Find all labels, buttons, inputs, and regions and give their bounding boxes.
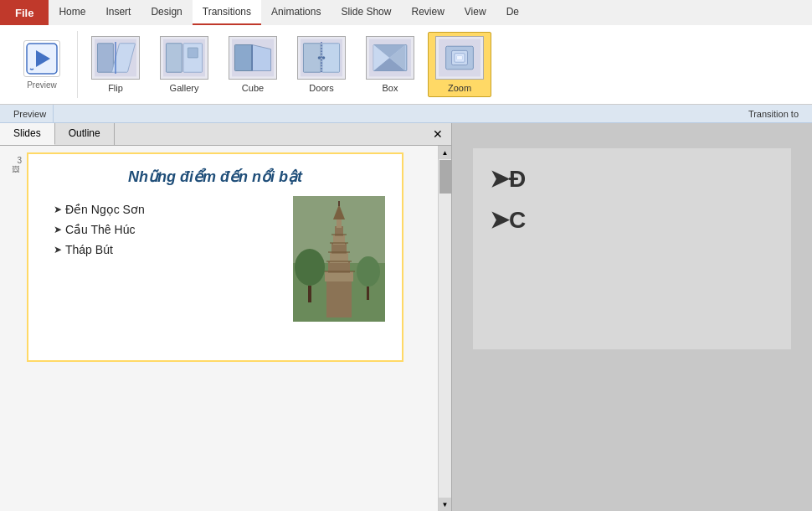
right-panel: ➤Đ ➤C bbox=[452, 123, 812, 511]
svg-rect-33 bbox=[326, 280, 352, 317]
menu-file[interactable]: File bbox=[0, 0, 49, 25]
preview-icon bbox=[23, 40, 60, 77]
bullet-arrow-3: ➤ bbox=[54, 244, 62, 256]
tab-slides[interactable]: Slides bbox=[0, 123, 55, 145]
svg-rect-40 bbox=[337, 219, 342, 228]
slide-thumb-content: Những điểm đến nổi bật ➤ Đền Ngọc Sơn ➤ … bbox=[28, 154, 402, 360]
zoom-thumb bbox=[435, 36, 484, 80]
slide-thumbnail[interactable]: Những điểm đến nổi bật ➤ Đền Ngọc Sơn ➤ … bbox=[27, 152, 403, 362]
svg-marker-12 bbox=[252, 44, 270, 70]
scroll-track bbox=[439, 159, 451, 498]
cube-thumb bbox=[229, 36, 277, 80]
doors-label: Doors bbox=[309, 83, 333, 93]
scroll-thumb[interactable] bbox=[439, 160, 451, 194]
menu-de[interactable]: De bbox=[496, 0, 529, 25]
scroll-down-arrow[interactable]: ▼ bbox=[439, 498, 452, 511]
slides-panel: Slides Outline ✕ 3 🖼 Những điểm đến nổi … bbox=[0, 123, 452, 511]
svg-point-48 bbox=[295, 249, 325, 286]
svg-rect-11 bbox=[234, 44, 252, 70]
menu-design[interactable]: Design bbox=[141, 0, 192, 25]
slide-title: Những điểm đến nổi bật bbox=[45, 168, 385, 186]
svg-rect-42 bbox=[338, 201, 340, 206]
transitions-area: Flip Gallery bbox=[78, 32, 805, 97]
menu-transitions[interactable]: Transitions bbox=[193, 0, 261, 25]
ribbon-section-labels: Preview Transition to bbox=[0, 105, 812, 123]
svg-point-49 bbox=[357, 256, 380, 286]
main-slide-bullets: ➤Đ ➤C bbox=[490, 165, 774, 234]
slides-panel-content: 3 🖼 Những điểm đến nổi bật ➤ Đền Ngọc Sơ… bbox=[0, 146, 451, 511]
box-thumb bbox=[366, 36, 414, 80]
transition-cube[interactable]: Cube bbox=[222, 33, 284, 96]
doors-thumb bbox=[297, 36, 346, 80]
transition-box[interactable]: Box bbox=[359, 33, 421, 96]
close-panel-button[interactable]: ✕ bbox=[424, 123, 451, 145]
menu-review[interactable]: Review bbox=[401, 0, 454, 25]
menu-insert[interactable]: Insert bbox=[95, 0, 141, 25]
flip-thumb bbox=[91, 36, 140, 80]
slides-list: 3 🖼 Những điểm đến nổi bật ➤ Đền Ngọc Sơ… bbox=[0, 146, 438, 511]
slide-image bbox=[293, 196, 385, 322]
svg-rect-7 bbox=[166, 44, 182, 72]
bullet-arrow-2: ➤ bbox=[54, 224, 62, 235]
ribbon-preview-section: Preview bbox=[7, 31, 78, 98]
main-content: Slides Outline ✕ 3 🖼 Những điểm đến nổi … bbox=[0, 123, 812, 511]
svg-rect-3 bbox=[97, 44, 113, 72]
ribbon: Preview Flip bbox=[0, 25, 812, 105]
bullet-text-2: Cầu Thê Húc bbox=[65, 223, 135, 236]
tab-outline[interactable]: Outline bbox=[55, 123, 115, 145]
gallery-label: Gallery bbox=[170, 83, 199, 93]
slide-icon: 🖼 bbox=[12, 165, 19, 173]
svg-point-19 bbox=[322, 56, 325, 59]
flip-label: Flip bbox=[108, 83, 123, 93]
menu-bar: File Home Insert Design Transitions Anim… bbox=[0, 0, 812, 25]
transition-flip[interactable]: Flip bbox=[85, 33, 146, 96]
main-slide-view: ➤Đ ➤C bbox=[473, 148, 791, 349]
gallery-thumb bbox=[160, 36, 208, 80]
menu-slideshow[interactable]: Slide Show bbox=[331, 0, 401, 25]
main-bullet-2: ➤C bbox=[490, 206, 774, 234]
menu-animations[interactable]: Animations bbox=[261, 0, 331, 25]
transition-zoom[interactable]: Zoom bbox=[428, 32, 491, 97]
scroll-up-arrow[interactable]: ▲ bbox=[439, 146, 452, 159]
slides-tabs: Slides Outline ✕ bbox=[0, 123, 451, 146]
cube-label: Cube bbox=[242, 83, 264, 93]
preview-button[interactable]: Preview bbox=[17, 37, 67, 93]
list-item[interactable]: 3 🖼 Những điểm đến nổi bật ➤ Đền Ngọc Sơ… bbox=[3, 152, 434, 362]
ribbon-transition-label: Transition to bbox=[54, 109, 805, 119]
svg-rect-30 bbox=[457, 55, 463, 59]
transition-doors[interactable]: Doors bbox=[290, 33, 352, 96]
slide-number: 3 bbox=[3, 152, 27, 165]
preview-label: Preview bbox=[27, 80, 57, 90]
svg-rect-9 bbox=[188, 48, 198, 58]
ribbon-preview-label: Preview bbox=[7, 105, 54, 122]
box-label: Box bbox=[383, 83, 398, 93]
bullet-arrow-1: ➤ bbox=[54, 204, 62, 215]
menu-home[interactable]: Home bbox=[49, 0, 95, 25]
zoom-label: Zoom bbox=[448, 83, 471, 93]
slide-number-area: 3 🖼 bbox=[3, 152, 27, 173]
svg-rect-51 bbox=[367, 286, 369, 300]
bullet-text-1: Đền Ngọc Sơn bbox=[65, 203, 145, 216]
main-slide-content: ➤Đ ➤C bbox=[473, 148, 791, 264]
transition-gallery[interactable]: Gallery bbox=[153, 33, 215, 96]
menu-view[interactable]: View bbox=[455, 0, 496, 25]
slides-scrollbar[interactable]: ▲ ▼ bbox=[438, 146, 451, 511]
main-bullet-1: ➤Đ bbox=[490, 165, 774, 193]
svg-point-18 bbox=[318, 56, 321, 59]
bullet-text-3: Tháp Bút bbox=[65, 243, 113, 256]
svg-rect-50 bbox=[308, 286, 311, 302]
menu-items: Home Insert Design Transitions Animation… bbox=[49, 0, 812, 25]
